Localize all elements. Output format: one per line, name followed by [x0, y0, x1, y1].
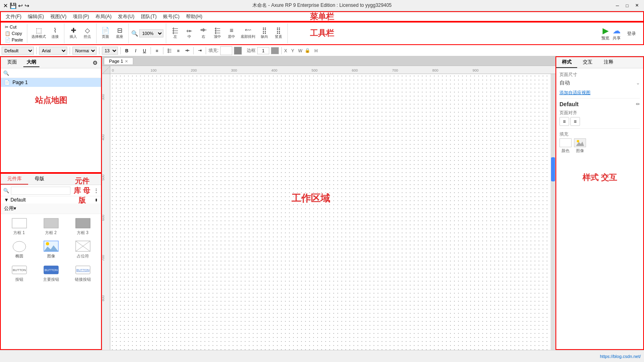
- save-icon[interactable]: 💾: [10, 2, 17, 9]
- menu-publish[interactable]: 发布(U): [115, 12, 138, 21]
- comp-item-box1[interactable]: 方框 1: [4, 216, 34, 237]
- comp-item-image[interactable]: 图像: [36, 239, 66, 261]
- insert-button[interactable]: ✚ 插入: [67, 27, 80, 40]
- comp-shape-circle: [11, 241, 27, 253]
- size-select[interactable]: 13: [102, 47, 118, 55]
- edit-icon[interactable]: ✏: [636, 101, 640, 107]
- baseline-button[interactable]: ⊟ 底座: [113, 27, 126, 40]
- menu-view[interactable]: 视图(V): [47, 12, 70, 21]
- select-mode-button[interactable]: ⬚ 选择模式: [30, 27, 47, 40]
- tab-style[interactable]: 样式: [556, 57, 577, 68]
- underline-button[interactable]: U: [141, 47, 148, 54]
- undo-icon[interactable]: ↩: [18, 2, 23, 9]
- align-left-button[interactable]: ⬱ 左: [169, 27, 182, 40]
- ruler-mark-0: 0: [112, 68, 114, 72]
- align-center-button[interactable]: ⬰ 中: [183, 27, 196, 40]
- align-left-text-btn[interactable]: ⬱: [166, 47, 173, 54]
- align-bottom-button[interactable]: ⬳ 底部排列: [239, 27, 257, 40]
- tab-outline[interactable]: 大纲: [23, 58, 39, 67]
- zoom-select[interactable]: 100%: [139, 29, 163, 37]
- weight-select[interactable]: Normal: [72, 47, 97, 55]
- svg-point-6: [46, 242, 49, 245]
- fill-image-label: 图像: [576, 148, 584, 154]
- select-mode-label: 选择模式: [31, 34, 46, 39]
- insert-icon: ✚: [71, 27, 76, 34]
- canvas-workspace[interactable]: 工作区域: [110, 74, 555, 350]
- login-button[interactable]: 登录: [624, 29, 639, 38]
- comp-item-button[interactable]: BUTTON 按钮: [4, 262, 34, 284]
- style-select[interactable]: Default: [2, 47, 34, 55]
- canvas-tab-close-icon[interactable]: ✕: [125, 59, 128, 64]
- fill-image-picker[interactable]: [574, 138, 586, 147]
- tab-components[interactable]: 元件库: [1, 174, 28, 185]
- components-section: 元件库 母版 🔍 元件库 母版 ⋮ ▼ Default ⬍ 公用▾: [0, 173, 102, 350]
- page-item-page1[interactable]: 📄 Page 1: [1, 78, 101, 87]
- comp-item-primary-btn[interactable]: BUTTON 主要按钮: [36, 262, 66, 284]
- align-left-page-btn[interactable]: ≡: [559, 117, 569, 126]
- scrollbar-vertical[interactable]: [551, 74, 555, 350]
- close-btn[interactable]: ✕: [633, 2, 641, 10]
- share-button[interactable]: ☁ 共享: [613, 26, 621, 41]
- cut-button[interactable]: ✂ Cut: [3, 24, 25, 30]
- comp-menu-icon[interactable]: ⋮: [94, 188, 99, 193]
- fill-color-picker[interactable]: [559, 138, 572, 147]
- bold-button[interactable]: B: [123, 47, 130, 54]
- border-value-input[interactable]: [257, 47, 269, 54]
- fill-color-box[interactable]: [220, 46, 232, 55]
- control-point-button[interactable]: ◇ 控点: [81, 27, 94, 40]
- page-button[interactable]: 📄 页面: [99, 27, 112, 40]
- connect-button[interactable]: ⌇ 连接: [49, 27, 62, 40]
- align-right-icon: ⬲: [200, 27, 206, 34]
- align-top-button[interactable]: ⬱ 顶中: [211, 27, 224, 40]
- pages-search-input[interactable]: [11, 71, 99, 76]
- filter-icon[interactable]: ⚙: [93, 60, 98, 66]
- align-center-page-btn[interactable]: ≡: [570, 117, 580, 126]
- fill-color-2[interactable]: [234, 47, 242, 55]
- paste-icon: 📄: [5, 37, 10, 43]
- comp-search-input[interactable]: [11, 187, 70, 195]
- tab-pages[interactable]: 页面: [4, 58, 20, 67]
- baseline-icon: ⊟: [117, 27, 122, 34]
- menu-team[interactable]: 团队(T): [138, 12, 160, 21]
- add-adaptive-link[interactable]: 添加自适应视图: [559, 90, 640, 96]
- comp-item-box3[interactable]: 方框 3: [68, 216, 98, 237]
- menu-help[interactable]: 帮助(H): [183, 12, 206, 21]
- comp-item-circle[interactable]: 椭圆: [4, 239, 34, 261]
- comp-label-circle: 椭圆: [15, 253, 23, 259]
- copy-button[interactable]: 📋 Copy: [3, 31, 25, 37]
- comp-item-placeholder[interactable]: 占位符: [68, 239, 98, 261]
- menu-project[interactable]: 项目(P): [70, 12, 92, 21]
- redo-icon[interactable]: ↪: [25, 2, 29, 9]
- scrollbar-thumb[interactable]: [551, 157, 555, 181]
- comp-shape-primary-btn: BUTTON: [43, 264, 59, 276]
- paste-button[interactable]: 📄 Paste: [3, 37, 25, 43]
- indent-btn[interactable]: ⇥: [196, 47, 203, 54]
- tab-masters[interactable]: 母版: [28, 174, 51, 185]
- maximize-btn[interactable]: □: [623, 2, 631, 10]
- menu-edit[interactable]: 编辑(E): [25, 12, 47, 21]
- align-center-icon: ⬰: [186, 27, 192, 34]
- comp-item-box2[interactable]: 方框 2: [36, 216, 66, 237]
- comp-item-link-btn[interactable]: BUTTON 链接按钮: [68, 262, 98, 284]
- font-select[interactable]: Arial: [39, 47, 67, 55]
- comp-grid: 方框 1 方框 2 方框 3: [1, 214, 101, 286]
- align-right-text-btn[interactable]: ⬲: [184, 47, 191, 54]
- distribute-vert-button[interactable]: ⣿ 纵向: [258, 27, 271, 40]
- minimize-btn[interactable]: ─: [613, 2, 621, 10]
- tab-interact[interactable]: 交互: [577, 57, 598, 68]
- list-button[interactable]: ≡: [153, 47, 161, 54]
- align-right-button[interactable]: ⬲ 右: [197, 27, 210, 40]
- align-middle-button[interactable]: ≡ 居中: [225, 27, 238, 40]
- italic-button[interactable]: I: [132, 47, 139, 54]
- border-color-box[interactable]: [271, 47, 279, 54]
- menu-account[interactable]: 账号(C): [160, 12, 183, 21]
- preview-button[interactable]: ▶ 预览: [601, 26, 609, 41]
- align-center-text-btn[interactable]: ≡: [175, 47, 182, 54]
- menu-layout[interactable]: 布局(A): [92, 12, 115, 21]
- menu-file[interactable]: 文件(F): [2, 12, 25, 21]
- page-size-expand-icon[interactable]: ⌄: [636, 80, 640, 86]
- distribute-horiz-button[interactable]: ⣿ 竖直: [272, 27, 285, 40]
- tab-notes[interactable]: 注释: [598, 57, 619, 68]
- canvas-tab-page1[interactable]: Page 1 ✕: [104, 58, 133, 64]
- close-icon[interactable]: ✕: [3, 2, 8, 9]
